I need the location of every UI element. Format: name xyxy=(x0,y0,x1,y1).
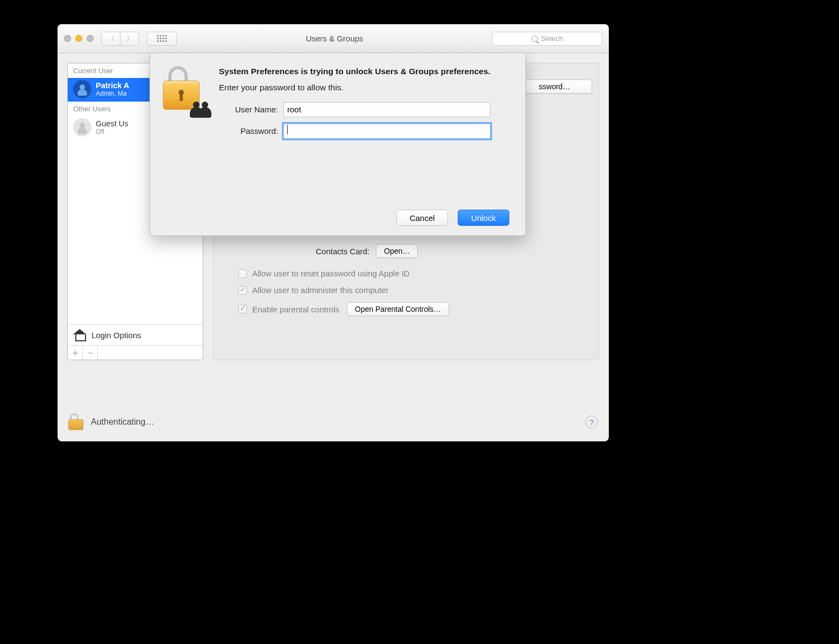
home-icon xyxy=(73,329,86,341)
dialog-subheading: Enter your password to allow this. xyxy=(219,83,490,92)
unlock-button[interactable]: Unlock xyxy=(458,210,509,226)
close-window-button[interactable] xyxy=(64,35,71,42)
minimize-window-button[interactable] xyxy=(75,35,82,42)
remove-user-button[interactable]: － xyxy=(83,346,98,360)
show-all-button[interactable] xyxy=(147,32,177,46)
user-subtitle: Off xyxy=(96,128,128,135)
username-label: User Name: xyxy=(219,105,278,114)
dialog-message: System Preferences is trying to unlock U… xyxy=(219,66,490,145)
user-name: Guest Us xyxy=(96,119,128,128)
checkbox-label: Allow user to reset password using Apple… xyxy=(252,269,410,278)
lock-icon[interactable] xyxy=(68,413,83,431)
window-title: Users & Groups xyxy=(184,34,485,43)
lock-users-icon xyxy=(163,66,208,116)
zoom-window-button[interactable] xyxy=(87,35,94,42)
user-subtitle: Admin, Ma xyxy=(96,90,129,97)
nav-back-forward: 〈 〉 xyxy=(101,32,139,46)
lock-footer: Authenticating… ? xyxy=(68,413,598,431)
search-icon xyxy=(531,35,538,42)
dialog-heading: System Preferences is trying to unlock U… xyxy=(219,66,490,77)
lock-status-text: Authenticating… xyxy=(91,417,154,427)
chevron-right-icon: 〉 xyxy=(126,34,133,44)
auth-dialog: System Preferences is trying to unlock U… xyxy=(150,53,526,236)
open-contacts-button[interactable]: Open… xyxy=(376,244,418,258)
login-options-button[interactable]: Login Options xyxy=(68,324,203,345)
window-body: Current User Patrick A Admin, Ma Other U… xyxy=(58,53,609,441)
preferences-window: 〈 〉 Users & Groups Search Current User xyxy=(58,24,609,441)
contacts-card-label: Contacts Card: xyxy=(316,247,369,256)
forward-button[interactable]: 〉 xyxy=(120,32,139,46)
search-placeholder: Search xyxy=(541,34,563,42)
text-cursor xyxy=(287,125,288,134)
checkbox-label: Enable parental controls xyxy=(252,305,339,314)
chevron-left-icon: 〈 xyxy=(108,34,115,44)
open-parental-controls-button[interactable]: Open Parental Controls… xyxy=(347,302,449,316)
window-controls xyxy=(64,35,94,42)
contacts-card-row: Contacts Card: Open… xyxy=(316,244,418,258)
add-user-button[interactable]: ＋ xyxy=(68,346,83,360)
titlebar: 〈 〉 Users & Groups Search xyxy=(58,24,609,53)
user-options: Allow user to reset password using Apple… xyxy=(238,269,449,316)
help-button[interactable]: ? xyxy=(585,416,598,428)
change-password-button[interactable]: ssword… xyxy=(517,80,592,94)
grid-icon xyxy=(157,35,167,42)
search-field[interactable]: Search xyxy=(492,32,602,46)
checkbox-icon xyxy=(238,286,247,295)
checkbox-label: Allow user to administer this computer xyxy=(252,285,388,295)
checkbox-parental-controls[interactable]: Enable parental controls xyxy=(238,305,339,314)
help-icon: ? xyxy=(589,418,594,427)
user-name: Patrick A xyxy=(96,81,129,90)
avatar-icon xyxy=(73,80,91,98)
cancel-button[interactable]: Cancel xyxy=(396,210,448,226)
username-input[interactable] xyxy=(283,102,490,117)
password-label: Password: xyxy=(219,126,278,135)
avatar-icon xyxy=(73,118,91,137)
password-input[interactable] xyxy=(283,124,490,139)
checkbox-icon xyxy=(238,269,247,278)
back-button[interactable]: 〈 xyxy=(101,32,120,46)
checkbox-icon xyxy=(238,305,247,313)
checkbox-administer[interactable]: Allow user to administer this computer xyxy=(238,285,449,295)
checkbox-reset-apple-id[interactable]: Allow user to reset password using Apple… xyxy=(238,269,449,278)
login-options-label: Login Options xyxy=(91,331,141,340)
add-remove-bar: ＋ － xyxy=(68,345,203,360)
